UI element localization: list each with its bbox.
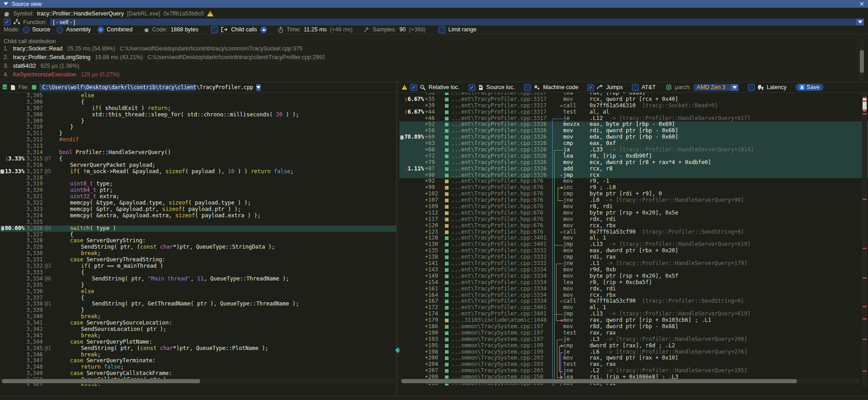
asm-row[interactable]: +141...ent\TracyProfiler.cpp:3332jne.L1 … xyxy=(399,260,868,267)
asm-source-loc[interactable]: ...ent\TracyProfiler.cpp:3334 xyxy=(451,292,550,299)
radio-icon[interactable] xyxy=(23,26,30,33)
asm-row[interactable]: +195...ommon\TracySystem.cpp:199cmpdword… xyxy=(399,343,868,349)
asm-source-loc[interactable]: ...ent\TracyProfiler.cpp:3401 xyxy=(451,311,550,317)
function-checkbox[interactable] xyxy=(4,19,10,25)
source-line[interactable]: 3,333{ xyxy=(0,270,396,276)
asm-source-loc[interactable]: ...ent\TracyProfiler.hpp:676 xyxy=(451,210,550,216)
relative-loc-checkbox[interactable] xyxy=(410,84,417,91)
asm-source-loc[interactable]: ...ommon\TracySystem.cpp:197 xyxy=(451,324,550,330)
source-line[interactable]: 13.33%3,317@5if( !m_sock->Read( &payload… xyxy=(0,169,396,175)
asm-source-loc[interactable]: ...ommon\TracySystem.cpp:197 xyxy=(451,330,550,336)
asm-source-loc[interactable]: ...ent\TracyProfiler.cpp:3334 xyxy=(451,267,550,273)
asm-row[interactable]: +193...ommon\TracySystem.cpp:197je.L3 ->… xyxy=(399,336,868,343)
chevron-down-icon[interactable] xyxy=(731,84,738,91)
source-loc-checkbox[interactable] xyxy=(469,84,475,91)
asm-row[interactable]: +92...ent\TracyProfiler.hpp:676movr9, -1 xyxy=(399,178,868,185)
asm-row[interactable]: +63...ent\TracyProfiler.cpp:3326cmpeax, … xyxy=(399,140,868,147)
child-calls-scrollbar[interactable] xyxy=(859,38,864,80)
asm-source-loc[interactable]: ...ent\TracyProfiler.cpp:3326 xyxy=(451,140,550,147)
close-icon[interactable]: ✕ xyxy=(859,0,864,8)
chevron-down-icon[interactable] xyxy=(256,84,261,91)
asm-source-loc[interactable]: ...ent\TracyProfiler.cpp:3326 xyxy=(451,128,550,134)
source-line[interactable]: 3,342SendSourceLocation( ptr ); xyxy=(0,326,396,333)
asm-row[interactable]: +117...ent\TracyProfiler.hpp:676movrdx, … xyxy=(399,216,868,223)
child-call-item[interactable]: 3.stat64i32625 μs (1.36%) xyxy=(4,63,79,69)
source-line[interactable]: 3,312#endif xyxy=(0,137,396,143)
source-line[interactable]: 3,335} xyxy=(0,282,396,289)
asm-source-loc[interactable]: ...ent\TracyProfiler.cpp:3401 xyxy=(451,241,550,248)
asm-row[interactable]: +109...ent\TracyProfiler.hpp:676movr8, r… xyxy=(399,204,868,210)
source-line[interactable]: 3,309} xyxy=(0,118,396,125)
asm-row[interactable]: +128...ent\TracyProfiler.cpp:3401moval, … xyxy=(399,235,868,241)
asm-vscrollbar[interactable] xyxy=(862,93,867,386)
asm-source-loc[interactable]: ...ent\TracyProfiler.cpp:3332 xyxy=(451,248,550,254)
asm-source-loc[interactable]: ...ent\TracyProfiler.hpp:676 xyxy=(451,204,550,210)
asm-row[interactable]: +99...ent\TracyProfiler.hpp:676incr9 ; .… xyxy=(399,185,868,191)
asm-row[interactable]: 6.67%+44...ent\TracyProfiler.cpp:3317tes… xyxy=(399,109,868,115)
att-checkbox[interactable] xyxy=(632,84,639,91)
source-line[interactable]: 3,319uint8_t type; xyxy=(0,181,396,187)
source-line[interactable]: 3,314bool Profiler::HandleServerQuery() xyxy=(0,150,396,156)
source-line[interactable]: 3,311} xyxy=(0,130,396,137)
asm-source-loc[interactable]: ...ent\TracyProfiler.cpp:3326 xyxy=(451,147,550,153)
asm-row[interactable]: +149...ent\TracyProfiler.cpp:3334movbyte… xyxy=(399,273,868,280)
source-line[interactable]: 3,338@1SendString( ptr, GetThreadName( p… xyxy=(0,301,396,307)
source-line[interactable]: 3,318 xyxy=(0,175,396,181)
asm-row[interactable]: 78.89%+60...ent\TracyProfiler.cpp:3326mo… xyxy=(399,134,868,140)
source-line[interactable]: 3,348return false; xyxy=(0,364,396,370)
limit-range-checkbox[interactable] xyxy=(439,26,445,33)
asm-source-loc[interactable]: ...ent\TracyProfiler.hpp:676 xyxy=(451,178,550,185)
source-line[interactable]: 3,307if( shouldExit ) return; xyxy=(0,105,396,112)
source-line[interactable]: 3,328case ServerQueryString: xyxy=(0,238,396,244)
source-line[interactable]: 3,308std::this_thread::sleep_for( std::c… xyxy=(0,112,396,118)
uarch-combo[interactable]: AMD Zen 3 xyxy=(693,84,739,91)
source-line[interactable]: 3,323memcpy( &ptr, &payload.ptr, sizeof(… xyxy=(0,206,396,213)
asm-row[interactable]: +112...ent\TracyProfiler.hpp:676movbyte … xyxy=(399,210,868,216)
source-line[interactable]: 3,346break; xyxy=(0,352,396,358)
child-call-item[interactable]: 2.tracy::Profiler::SendLongString19.88 m… xyxy=(4,54,325,60)
asm-row[interactable]: +200...ommon\TracySystem.cpp:203movrax, … xyxy=(399,355,868,361)
asm-source-loc[interactable]: ...ommon\TracySystem.cpp:203 xyxy=(451,355,550,361)
source-line[interactable]: 3,321uint32_t extra; xyxy=(0,194,396,200)
asm-source-loc[interactable]: ...ent\TracyProfiler.hpp:676 xyxy=(451,223,550,229)
source-line[interactable]: 3,334@6SendString( ptr, "Main thread", 1… xyxy=(0,276,396,282)
asm-source-loc[interactable]: ...ent\TracyProfiler.cpp:3326 xyxy=(451,166,550,172)
asm-source-loc[interactable]: ...ent\TracyProfiler.cpp:3326 xyxy=(451,134,550,140)
asm-source-loc[interactable]: ...ent\TracyProfiler.hpp:676 xyxy=(451,216,550,223)
chevron-down-icon[interactable] xyxy=(856,19,864,25)
asm-row[interactable]: +190...ommon\TracySystem.cpp:197testrax,… xyxy=(399,330,868,336)
asm-source-loc[interactable]: ...ent\TracyProfiler.cpp:3334 xyxy=(451,298,550,305)
asm-source-loc[interactable]: ...ent\TracyProfiler.cpp:3326 xyxy=(451,160,550,166)
asm-row[interactable]: +90...ent\TracyProfiler.cpp:3326jmprcx xyxy=(399,172,868,179)
source-line[interactable]: 3,349case ServerQueryCallstackFrame: xyxy=(0,370,396,377)
asm-source-loc[interactable]: ...ent\TracyProfiler.cpp:3326 xyxy=(451,121,550,128)
asm-row[interactable]: +72...ent\TracyProfiler.cpp:3326lear8, [… xyxy=(399,153,868,160)
asm-source-loc[interactable]: ...ent\TracyProfiler.cpp:3317 xyxy=(451,103,550,109)
asm-source-loc[interactable]: ...ent\TracyProfiler.hpp:676 xyxy=(451,229,550,235)
asm-source-loc[interactable]: ...ent\TracyProfiler.hpp:676 xyxy=(451,197,550,204)
source-hscrollbar[interactable] xyxy=(1,379,395,384)
source-line[interactable]: 3,340break; xyxy=(0,314,396,320)
file-combo[interactable]: C:\Users\wolf\Desktop\darkrl\contrib\tra… xyxy=(39,84,196,91)
asm-row[interactable]: +167...ent\TracyProfiler.cpp:3334call0x7… xyxy=(399,298,868,305)
source-line[interactable]: 3,324memcpy( &extra, &payload.extra, siz… xyxy=(0,213,396,219)
source-line[interactable]: 80.00%3,326@9switch( type ) xyxy=(0,225,396,232)
asm-row[interactable]: +154...ent\TracyProfiler.cpp:3334lear8, … xyxy=(399,280,868,286)
asm-row[interactable]: +52...ent\TracyProfiler.cpp:3326movzxeax… xyxy=(399,121,868,128)
asm-hscrollbar[interactable] xyxy=(400,379,860,384)
source-line[interactable]: 3,306{ xyxy=(0,99,396,105)
child-calls-checkbox[interactable] xyxy=(211,26,218,33)
asm-source-loc[interactable]: ...ent\TracyProfiler.cpp:3317 xyxy=(451,115,550,122)
machine-code-checkbox[interactable] xyxy=(524,84,531,91)
latency-checkbox[interactable] xyxy=(748,84,755,91)
asm-source-loc[interactable]: ...ent\TracyProfiler.cpp:3401 xyxy=(451,235,550,241)
collapse-triangle-icon[interactable] xyxy=(4,2,8,5)
source-line[interactable]: 3,305else xyxy=(0,93,396,99)
asm-row[interactable]: +39...ent\TracyProfiler.cpp:3317call0x7f… xyxy=(399,103,868,109)
source-line[interactable]: 3,343break; xyxy=(0,333,396,339)
source-line[interactable]: 3,329SendString( ptr, (const char*)ptr, … xyxy=(0,244,396,250)
mode-radio-combined[interactable]: Combined xyxy=(97,26,133,33)
asm-row[interactable]: +56...ent\TracyProfiler.cpp:3326movrdi, … xyxy=(399,128,868,134)
asm-row[interactable]: +164...ent\TracyProfiler.cpp:3334movrcx,… xyxy=(399,292,868,299)
asm-row[interactable]: +174...ent\TracyProfiler.cpp:3401jmp.L13… xyxy=(399,311,868,317)
